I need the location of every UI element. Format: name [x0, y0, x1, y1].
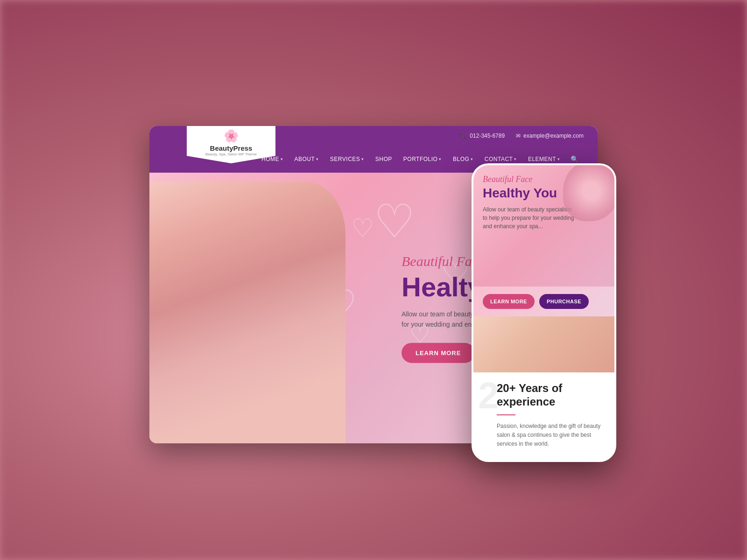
- chevron-down-icon: ▾: [514, 157, 517, 161]
- mobile-stats-title: 20+ Years of experience: [483, 382, 605, 409]
- logo-area[interactable]: 🌸 BeautyPress Beauty, Spa, Salon WP Them…: [187, 126, 275, 163]
- mobile-stats-description: Passion, knowledge and the gift of beaut…: [483, 422, 605, 449]
- phone-number: 012-345-6789: [470, 133, 505, 139]
- mobile-buttons-section: LEARN MORE PHURCHASE: [473, 287, 614, 316]
- email-icon: ✉: [516, 133, 521, 139]
- mobile-purchase-button[interactable]: PHURCHASE: [539, 294, 589, 309]
- mobile-divider: [497, 414, 515, 415]
- nav-portfolio[interactable]: PORTFOLIO ▾: [399, 153, 446, 165]
- logo-name: BeautyPress: [210, 144, 253, 152]
- nav-blog[interactable]: BLOG ▾: [448, 153, 478, 165]
- mobile-hero-section: Beautiful Face Healthy You Allow our tea…: [473, 165, 614, 287]
- mobile-flower-decoration: [563, 165, 614, 221]
- chevron-down-icon: ▾: [316, 157, 319, 161]
- nav-about[interactable]: ABOUT ▾: [290, 153, 324, 165]
- mobile-mockup: Beautiful Face Healthy You Allow our tea…: [472, 163, 616, 462]
- learn-more-button[interactable]: LEARN MORE: [402, 343, 475, 363]
- logo-icon: 🌸: [224, 129, 239, 143]
- mobile-hero-description: Allow our team of beauty specialists to …: [483, 205, 576, 231]
- chevron-down-icon: ▾: [281, 157, 283, 161]
- phone-info: 📞 012-345-6789: [460, 133, 505, 139]
- email-address: example@example.com: [523, 133, 584, 139]
- search-icon[interactable]: 🔍: [571, 155, 578, 163]
- hero-image: [149, 182, 345, 443]
- phone-icon: 📞: [460, 133, 467, 139]
- chevron-down-icon: ▾: [361, 157, 364, 161]
- chevron-down-icon: ▾: [557, 157, 560, 161]
- logo-tagline: Beauty, Spa, Salon WP Theme: [205, 152, 257, 156]
- nav-services[interactable]: SERVICES ▾: [325, 153, 369, 165]
- nav-shop[interactable]: SHOP: [371, 153, 397, 165]
- chevron-down-icon: ▾: [439, 157, 442, 161]
- mobile-learn-more-button[interactable]: LEARN MORE: [483, 294, 535, 309]
- mobile-stats-section: 2 20+ Years of experience Passion, knowl…: [473, 372, 614, 458]
- email-info: ✉ example@example.com: [516, 133, 584, 139]
- chevron-down-icon: ▾: [471, 157, 473, 161]
- mobile-shoulder-image: [473, 316, 614, 372]
- scene-container: 📞 012-345-6789 ✉ example@example.com 🌸 B…: [149, 126, 598, 443]
